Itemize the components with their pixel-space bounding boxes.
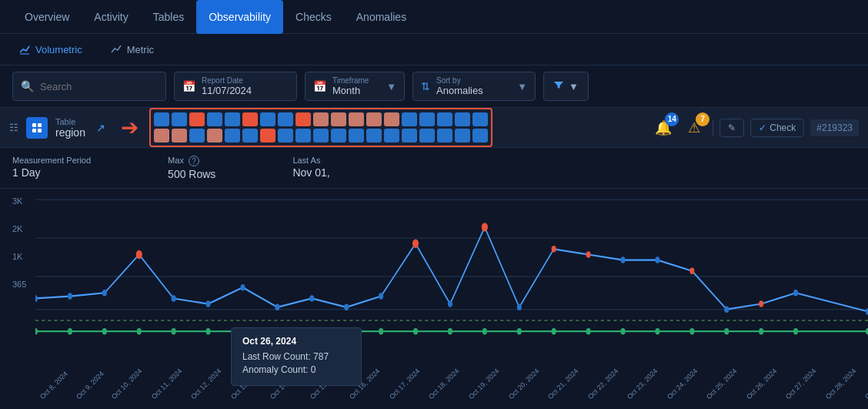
x-label: Oct 29, 2024 [863,367,868,401]
timeframe-chevron-icon: ▼ [386,81,396,92]
line-chart-svg [35,189,868,364]
svg-point-22 [379,293,383,300]
svg-point-56 [759,328,763,335]
nav-tables[interactable]: Tables [141,0,196,34]
hm-cell [313,112,329,126]
subnav-volumetric[interactable]: Volumetric [12,40,88,59]
svg-point-39 [172,328,176,335]
measurement-period-value: 1 Day [12,166,91,179]
nav-anomalies[interactable]: Anomalies [344,0,419,34]
x-label: Oct 8, 2024 [38,370,69,401]
tooltip-anomaly-count: Anomaly Count: 0 [242,364,350,375]
x-label: Oct 12, 2024 [189,367,223,401]
info-icon[interactable]: ? [189,156,199,166]
table-grid-icon [26,117,48,139]
svg-point-21 [344,304,349,311]
warning-badge[interactable]: ⚠ 7 [682,116,706,140]
hm-cell [260,129,275,142]
hm-cell [295,129,311,142]
bookmark-icon[interactable]: ☷ [9,122,18,133]
hm-cell [366,112,382,126]
report-date-value: 11/07/2024 [202,85,252,96]
hm-cell [295,112,311,126]
svg-point-28 [655,256,659,263]
svg-rect-2 [38,123,42,127]
y-label-2k: 2K [12,224,26,233]
y-label-1k: 1K [12,252,26,261]
bell-badge[interactable]: 🔔 14 [651,116,676,140]
nav-activity[interactable]: Activity [82,0,140,34]
sort-picker[interactable]: ⇅ Sort by Anomalies ▼ [412,72,536,101]
x-label: Oct 19, 2024 [467,367,501,401]
hm-cell [455,129,470,142]
hm-cell [437,112,452,126]
svg-point-23 [448,300,452,307]
search-input[interactable] [40,81,148,92]
svg-point-25 [552,246,556,253]
hm-cell [419,112,435,126]
svg-point-29 [689,268,694,275]
sort-icon: ⇅ [421,80,430,92]
svg-point-35 [35,328,38,335]
x-label: Oct 21, 2024 [546,367,580,401]
x-label: Oct 27, 2024 [784,367,818,401]
filter-button[interactable]: ▼ [543,72,589,101]
timeframe-picker[interactable]: 📅 Timeframe Month ▼ [305,72,405,101]
svg-point-12 [482,223,488,231]
svg-point-50 [552,328,556,335]
svg-rect-4 [38,129,42,132]
volumetric-icon [18,43,31,55]
report-date-picker[interactable]: 📅 Report Date 11/07/2024 [174,72,297,101]
last-as-value: Nov 01, [292,166,329,179]
svg-point-10 [136,250,142,259]
chevron-down-icon: ▼ [569,81,579,92]
last-as-label: Last As [292,156,329,165]
svg-point-47 [448,328,452,335]
svg-point-20 [309,295,314,302]
hm-cell [207,112,222,126]
chart-svg-container [35,189,868,364]
y-label-3k: 3K [12,196,26,206]
subnav-metric[interactable]: Metric [104,40,160,59]
max-label: Max ? [168,156,215,166]
svg-point-36 [68,328,72,335]
hm-cell [189,112,205,126]
sort-chevron-icon: ▼ [517,81,527,92]
last-as-block: Last As Nov 01, [292,156,329,179]
svg-point-14 [68,293,72,300]
search-icon: 🔍 [21,80,34,92]
hm-cell [225,129,240,142]
x-axis-labels: Oct 8, 2024 Oct 9, 2024 Oct 10, 2024 Oct… [35,395,868,403]
x-label: Oct 9, 2024 [75,370,105,401]
nav-overview[interactable]: Overview [12,0,82,34]
id-badge: #219323 [810,119,859,136]
hm-cell [402,129,417,142]
svg-point-32 [793,290,798,297]
hm-cell [472,129,488,142]
measurement-period-block: Measurement Period 1 Day [12,156,91,179]
hm-cell [384,112,399,126]
x-label: Oct 22, 2024 [586,367,620,401]
svg-point-49 [517,328,522,335]
svg-point-45 [379,328,383,335]
check-button[interactable]: ✓ Check [750,119,804,137]
hm-cell [437,129,452,142]
hm-cell [172,129,187,142]
hm-cell [455,112,470,126]
edit-button[interactable]: ✎ [719,119,744,137]
bell-count: 14 [665,112,679,126]
nav-observability[interactable]: Observability [196,0,283,34]
search-box[interactable]: 🔍 [12,72,166,101]
timeframe-value: Month [332,85,369,96]
main-content: ☷ Table region ↗ ➔ [0,108,868,403]
chart-tooltip: Oct 26, 2024 Last Row Count: 787 Anomaly… [231,327,362,386]
right-actions: 🔔 14 ⚠ 7 ✎ ✓ Check #219323 [651,116,859,140]
svg-point-51 [586,328,591,335]
nav-checks[interactable]: Checks [283,0,344,34]
svg-point-19 [275,304,279,311]
top-navigation: Overview Activity Tables Observability C… [0,0,868,34]
hm-cell [242,112,258,126]
tooltip-date: Oct 26, 2024 [242,336,350,347]
external-link-icon[interactable]: ↗ [96,122,105,134]
svg-point-53 [655,328,659,335]
